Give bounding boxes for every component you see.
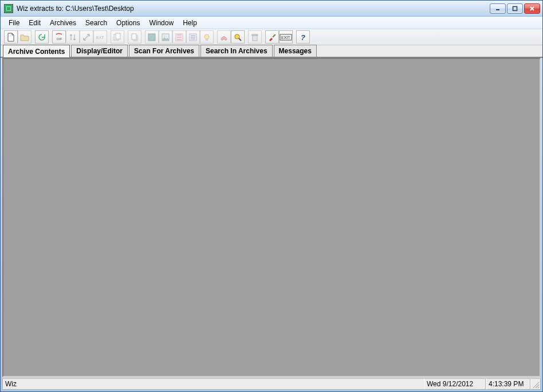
svg-rect-9 [148,34,155,41]
menu-archives[interactable]: Archives [45,17,81,29]
tab-archive-contents[interactable]: Archive Contents [3,45,70,57]
menu-search[interactable]: Search [81,17,112,29]
status-app-name: Wiz [2,378,424,390]
toolbar-extract-dir-button[interactable]: DIF [52,30,66,44]
toolbar-brush-button[interactable] [265,30,279,44]
toolbar-fav-button[interactable] [217,30,231,44]
favorite-icon [219,33,229,42]
window-controls [490,3,540,14]
svg-point-16 [235,34,239,39]
menu-options[interactable]: Options [112,17,144,29]
app-window: Wiz extracts to: C:\Users\Test\Desktop F… [0,0,543,392]
view-grid-icon [147,33,156,42]
tab-display-editor[interactable]: Display/Editor [71,45,128,57]
status-time: 4:13:39 PM [486,378,530,390]
svg-line-17 [239,38,241,41]
toolbar-copy-button[interactable] [128,30,141,44]
updown-icon [68,33,77,42]
list-icon [188,33,198,42]
svg-text:EXT: EXT [96,36,104,40]
status-date: Wed 9/12/2012 [424,378,486,390]
svg-text:DIF: DIF [57,37,62,41]
trash-icon [250,33,259,42]
minimize-button[interactable] [490,3,506,14]
svg-rect-8 [132,34,136,40]
ext-icon: EXT [96,33,105,42]
toolbar-view3-button[interactable] [172,30,186,44]
svg-rect-18 [253,36,257,41]
copy-icon [130,33,139,42]
exit-icon: EXIT [280,33,292,42]
svg-text:?: ? [301,33,305,42]
extract-dir-icon: DIF [54,33,64,42]
title-bar: Wiz extracts to: C:\Users\Test\Desktop [1,1,542,17]
menu-help[interactable]: Help [178,17,202,29]
toolbar-exit-button[interactable]: EXIT [279,30,293,44]
toolbar: DIF EXT [1,29,542,45]
maximize-button[interactable] [507,3,523,14]
toolbar-view2-button[interactable] [159,30,172,44]
cross-arrows-icon [82,33,91,42]
tab-search-in-archives[interactable]: Search In Archives [200,45,273,57]
svg-rect-19 [252,34,258,36]
minimize-icon [495,6,501,11]
refresh-icon [37,33,46,42]
menu-edit[interactable]: Edit [24,17,45,29]
toolbar-view4-button[interactable] [186,30,200,44]
toolbar-search-button[interactable] [231,30,245,44]
close-button[interactable] [524,3,540,14]
close-icon [529,6,535,11]
svg-line-25 [538,387,539,388]
menu-window[interactable]: Window [144,17,178,29]
svg-point-14 [204,34,209,39]
resize-grip[interactable] [530,378,541,390]
tab-scan-for-archives[interactable]: Scan For Archives [129,45,199,57]
status-bar: Wiz Wed 9/12/2012 4:13:39 PM [2,377,541,390]
picture-icon [161,33,170,42]
menu-file[interactable]: File [4,17,24,29]
toolbar-extract-here2-button[interactable] [80,30,93,44]
toolbar-help-button[interactable]: ? [296,30,310,44]
brush-icon [267,33,277,42]
toolbar-open-button[interactable] [18,30,32,44]
bulb-icon [202,33,211,42]
menu-bar: File Edit Archives Search Options Window… [1,17,542,29]
toolbar-extract-ext-button[interactable]: EXT [93,30,107,44]
toolbar-new-button[interactable] [4,30,18,44]
tree-icon [175,33,184,42]
svg-text:EXIT: EXIT [281,36,290,40]
toolbar-refresh-button[interactable] [35,30,49,44]
svg-point-11 [164,35,166,37]
tab-messages[interactable]: Messages [274,45,317,57]
archive-contents-area [2,58,541,377]
tab-strip: Archive Contents Display/Editor Scan For… [1,45,542,58]
app-icon [4,4,13,13]
magnifier-icon [233,33,242,42]
add-files-icon [113,33,122,42]
toolbar-extract-here1-button[interactable] [66,30,80,44]
maximize-icon [512,6,518,11]
new-file-icon [6,33,15,42]
window-title: Wiz extracts to: C:\Users\Test\Desktop [17,5,490,13]
toolbar-bulb-button[interactable] [200,30,214,44]
svg-rect-15 [206,39,208,41]
open-folder-icon [20,33,29,42]
toolbar-add-button[interactable] [111,30,124,44]
help-icon: ? [298,33,308,42]
toolbar-view1-button[interactable] [145,30,159,44]
svg-rect-1 [513,6,517,10]
svg-rect-7 [116,33,120,39]
resize-grip-icon [532,381,539,388]
toolbar-delete-button[interactable] [248,30,262,44]
